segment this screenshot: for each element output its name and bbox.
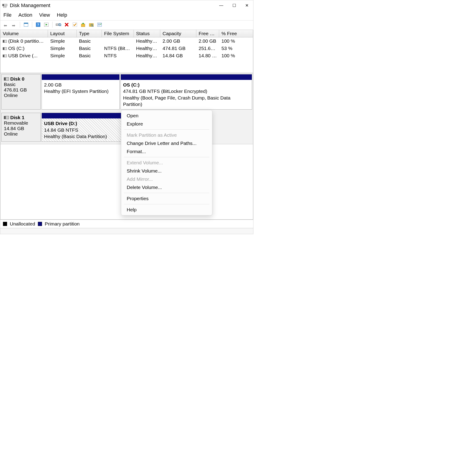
- disk-icon: [4, 77, 9, 81]
- col-pct[interactable]: % Free: [219, 30, 246, 37]
- drive-icon: [3, 55, 7, 57]
- back-button[interactable]: [2, 21, 9, 28]
- menu-help[interactable]: Help: [57, 12, 67, 18]
- menu-file[interactable]: File: [3, 12, 11, 18]
- partition[interactable]: 2.00 GB Healthy (EFI System Partition): [42, 74, 120, 110]
- partition-container: 2.00 GB Healthy (EFI System Partition) O…: [42, 74, 252, 110]
- ctx-explore[interactable]: Explore: [121, 120, 212, 128]
- svg-rect-1: [2, 4, 4, 6]
- col-capacity[interactable]: Capacity: [160, 30, 196, 37]
- legend-unallocated-label: Unallocated: [10, 221, 35, 227]
- svg-text:?: ?: [37, 23, 39, 26]
- ctx-format[interactable]: Format...: [121, 147, 212, 156]
- disk-management-window: Disk Management ― ☐ ✕ File Action View H…: [0, 0, 253, 234]
- legend: Unallocated Primary partition: [0, 220, 253, 228]
- drive-icon: [3, 40, 7, 43]
- svg-rect-9: [56, 24, 60, 25]
- forward-button[interactable]: [11, 21, 17, 28]
- context-menu: Open Explore Mark Partition as Active Ch…: [121, 110, 212, 215]
- svg-rect-15: [81, 24, 85, 27]
- volume-row[interactable]: USB Drive (... Simple Basic NTFS Healthy…: [0, 52, 253, 59]
- refresh-icon[interactable]: [55, 21, 62, 28]
- minimize-button[interactable]: ―: [219, 3, 223, 8]
- toolbar-play-icon[interactable]: [43, 21, 50, 28]
- help-icon[interactable]: ?: [35, 21, 41, 28]
- statusbar: [0, 228, 253, 234]
- upload-icon[interactable]: [80, 21, 86, 28]
- menubar: File Action View Help: [0, 11, 253, 20]
- legend-unallocated-swatch: [3, 222, 7, 226]
- partition[interactable]: OS (C:) 474.81 GB NTFS (BitLocker Encryp…: [120, 74, 252, 110]
- legend-primary-label: Primary partition: [45, 221, 80, 227]
- svg-marker-16: [82, 23, 84, 24]
- ctx-open[interactable]: Open: [121, 112, 212, 120]
- col-fs[interactable]: File System: [102, 30, 134, 37]
- ctx-help[interactable]: Help: [121, 206, 212, 214]
- maximize-button[interactable]: ☐: [232, 3, 236, 8]
- options-icon[interactable]: [96, 21, 103, 28]
- col-type[interactable]: Type: [77, 30, 102, 37]
- disk-graphical-view: Disk 0 Basic 476.81 GB Online 2.00 GB He…: [0, 73, 253, 220]
- partition-color-bar: [121, 74, 252, 80]
- ctx-delete[interactable]: Delete Volume...: [121, 183, 212, 192]
- disk-row: Disk 0 Basic 476.81 GB Online 2.00 GB He…: [0, 73, 253, 112]
- volume-list: (Disk 0 partition 1) Simple Basic Health…: [0, 37, 253, 73]
- ctx-add-mirror: Add Mirror...: [121, 175, 212, 183]
- menu-view[interactable]: View: [39, 12, 50, 18]
- search-folder-icon[interactable]: [88, 21, 94, 28]
- arrow-left-icon: [4, 23, 8, 27]
- ctx-extend: Extend Volume...: [121, 159, 212, 167]
- empty-area: Open Explore Mark Partition as Active Ch…: [0, 144, 253, 219]
- col-status[interactable]: Status: [134, 30, 160, 37]
- toolbar: ?: [0, 20, 253, 30]
- col-volume[interactable]: Volume: [0, 30, 48, 37]
- partition-color-bar: [42, 74, 119, 80]
- drive-icon: [3, 47, 7, 50]
- disk-info[interactable]: Disk 0 Basic 476.81 GB Online: [1, 74, 41, 110]
- ctx-properties[interactable]: Properties: [121, 194, 212, 203]
- disk-icon: [4, 116, 9, 119]
- svg-rect-2: [3, 6, 6, 8]
- volume-row[interactable]: (Disk 0 partition 1) Simple Basic Health…: [0, 37, 253, 45]
- close-button[interactable]: ✕: [245, 3, 249, 8]
- ctx-mark-active: Mark Partition as Active: [121, 131, 212, 139]
- ctx-shrink[interactable]: Shrink Volume...: [121, 167, 212, 175]
- col-layout[interactable]: Layout: [48, 30, 77, 37]
- col-free[interactable]: Free Spa...: [196, 30, 219, 37]
- svg-line-11: [60, 25, 61, 26]
- legend-primary-swatch: [38, 222, 42, 226]
- volume-row[interactable]: OS (C:) Simple Basic NTFS (BitLo... Heal…: [0, 45, 253, 52]
- check-icon[interactable]: [72, 21, 78, 28]
- ctx-change-letter[interactable]: Change Drive Letter and Paths...: [121, 139, 212, 147]
- volume-list-header: Volume Layout Type File System Status Ca…: [0, 30, 253, 37]
- svg-rect-4: [24, 23, 28, 24]
- titlebar: Disk Management ― ☐ ✕: [0, 0, 253, 11]
- delete-icon[interactable]: [63, 21, 70, 28]
- arrow-right-icon: [12, 23, 16, 27]
- disk-info[interactable]: Disk 1 Removable 14.84 GB Online: [1, 113, 41, 142]
- menu-action[interactable]: Action: [18, 12, 32, 18]
- app-icon: [2, 3, 8, 8]
- window-title: Disk Management: [10, 2, 219, 8]
- toolbar-view-icon[interactable]: [23, 21, 29, 28]
